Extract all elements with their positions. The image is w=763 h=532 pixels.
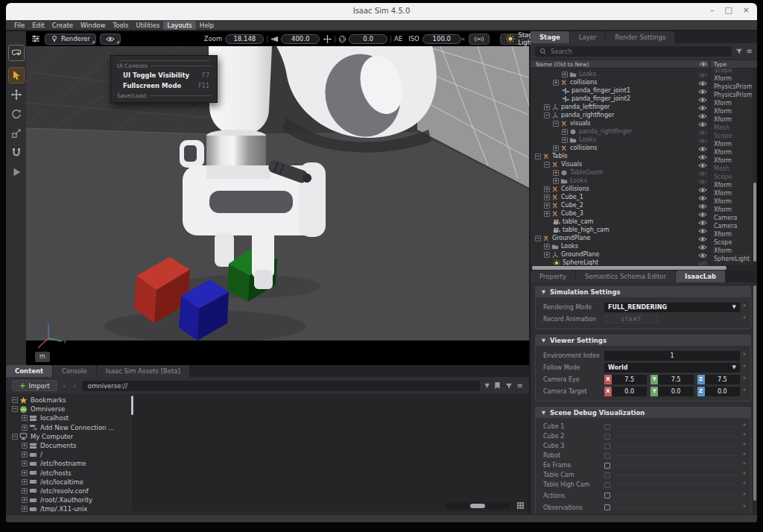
collapse-toggle[interactable]: −	[12, 406, 18, 412]
stage-row[interactable]: table_high_camCamera	[531, 222, 757, 230]
maximize-button[interactable]: □	[724, 5, 732, 15]
expand-toggle[interactable]: +	[22, 497, 28, 503]
stage-row[interactable]: −TableXform	[531, 148, 757, 156]
viewport-settings-icon[interactable]	[31, 34, 40, 43]
tab-semantics-schema-editor[interactable]: Semantics Schema Editor	[576, 270, 676, 282]
renderer-button[interactable]: Renderer	[45, 34, 96, 45]
zoom-value-field[interactable]: 18.148	[225, 34, 264, 44]
checkbox[interactable]	[604, 453, 610, 459]
stage-row[interactable]: +Cube_2Xform	[531, 197, 757, 206]
grid-view-icon[interactable]	[516, 501, 525, 510]
start-button[interactable]: START	[604, 314, 658, 323]
tab-property[interactable]: Property	[531, 270, 576, 282]
menu-create[interactable]: Create	[48, 21, 77, 30]
stage-row[interactable]: −panda_rightfingerXform	[531, 107, 757, 115]
pan-icon[interactable]	[323, 35, 332, 43]
stage-row[interactable]: SphereLightSphereLight	[531, 255, 757, 263]
stage-row[interactable]: +LooksScope	[531, 69, 757, 75]
camera-visibility-tool-button[interactable]	[8, 45, 25, 61]
iso-field[interactable]: 100.0	[422, 34, 461, 44]
checkbox[interactable]	[604, 424, 610, 430]
forward-button[interactable]: ›	[72, 382, 77, 390]
collapse-chevrons[interactable]: «	[461, 35, 466, 42]
stage-hscrollbar[interactable]	[531, 265, 757, 270]
checkbox[interactable]	[604, 463, 610, 469]
stage-row[interactable]: +collisionsXform	[531, 75, 757, 83]
stage-row[interactable]: +CollisionsXform	[531, 181, 757, 189]
move-tool-button[interactable]	[8, 86, 25, 103]
axis-value-x[interactable]: 0.0	[612, 387, 647, 396]
axis-value-x[interactable]: 7.5	[612, 375, 647, 384]
tab-isaac-sim-assets-beta-[interactable]: Isaac Sim Assets [Beta]	[97, 365, 190, 377]
search-input[interactable]	[551, 48, 727, 55]
menu-item-fullscreen-mode[interactable]: Fullscreen ModeF11	[111, 80, 217, 91]
menu-utilities[interactable]: Utilities	[132, 21, 163, 30]
content-row[interactable]: −My Computer	[6, 432, 133, 441]
section-header[interactable]: ▼Simulation Settings	[536, 287, 750, 297]
play-tool-button[interactable]	[8, 164, 25, 180]
stage-row[interactable]: −GroundPlaneXform	[531, 230, 757, 238]
menu-file[interactable]: File	[10, 21, 28, 30]
stage-row[interactable]: +TableGeomMesh	[531, 165, 757, 173]
import-button[interactable]: + Import	[12, 380, 57, 391]
content-files-area[interactable]	[135, 394, 529, 512]
axis-value-y[interactable]: 7.5	[658, 375, 693, 384]
column-name-header[interactable]: Name (Old to New)	[536, 61, 589, 68]
stage-row[interactable]: −visualsXform	[531, 115, 757, 124]
tab-content[interactable]: Content	[6, 365, 53, 377]
content-row[interactable]: −Omniverse	[6, 405, 133, 414]
content-row[interactable]: +localhost	[6, 414, 133, 422]
content-row[interactable]: +Documents	[6, 441, 133, 450]
expand-toggle[interactable]: +	[22, 506, 28, 512]
tab-render-settings[interactable]: Render Settings	[606, 31, 675, 43]
expand-toggle[interactable]: +	[22, 470, 28, 476]
focal-length-field[interactable]: 400.0	[281, 34, 320, 44]
section-header[interactable]: ▼Scene Debug Visualization	[536, 408, 750, 418]
axis-gizmo[interactable]: Y	[32, 320, 66, 355]
axis-value-y[interactable]: 0.0	[658, 387, 693, 396]
content-row[interactable]: +/etc/hostname	[6, 459, 133, 468]
scale-tool-button[interactable]	[8, 125, 25, 142]
collapse-toggle[interactable]: −	[12, 397, 18, 403]
checkbox[interactable]	[604, 443, 610, 449]
content-tree-scrollbar[interactable]	[131, 396, 133, 415]
stage-row[interactable]: +GroundPlaneXform	[531, 247, 757, 255]
menu-item-ui-toggle-visibility[interactable]: UI Toggle VisibilityF7	[111, 70, 217, 80]
column-type-header[interactable]: Type	[714, 61, 726, 68]
viewport-scene[interactable]	[26, 46, 529, 341]
menu-layouts[interactable]: Layouts	[163, 21, 195, 30]
options-icon[interactable]: ≡	[747, 47, 753, 55]
menu-help[interactable]: Help	[196, 21, 218, 30]
expand-toggle[interactable]: +	[22, 415, 28, 421]
bookmark-icon[interactable]	[494, 381, 501, 390]
select-tool-button[interactable]	[8, 67, 25, 83]
stage-vscrollbar[interactable]	[753, 69, 757, 265]
expand-toggle[interactable]: +	[22, 479, 28, 485]
axis-value-z[interactable]: 7.5	[705, 375, 740, 384]
content-row[interactable]: +/root/.Xauthority	[6, 495, 133, 504]
close-button[interactable]: ×	[743, 5, 750, 15]
exposure-field[interactable]: 0.0	[349, 34, 387, 44]
stage-row[interactable]: panda_finger_joint2PhysicsPrismatic	[531, 91, 757, 99]
expand-toggle[interactable]: +	[22, 460, 28, 466]
input-environment-index[interactable]: 1	[604, 351, 740, 361]
tab-layer[interactable]: Layer	[570, 31, 607, 43]
stage-search[interactable]	[535, 46, 732, 57]
stage-row[interactable]: +Cube_1Xform	[531, 189, 757, 197]
stage-row[interactable]: +panda_leftfingerXform	[531, 99, 757, 107]
snap-tool-button[interactable]	[8, 145, 25, 161]
stage-row[interactable]: table_camCamera	[531, 214, 757, 222]
expand-toggle[interactable]: +	[22, 425, 28, 431]
checkbox[interactable]	[604, 434, 610, 440]
stage-row[interactable]: +Cube_3Xform	[531, 206, 757, 214]
expand-toggle[interactable]: +	[22, 443, 28, 449]
menu-tools[interactable]: Tools	[109, 21, 132, 30]
section-header[interactable]: ▼Viewer Settings	[536, 335, 750, 346]
stage-row[interactable]: +LooksScope	[531, 238, 757, 247]
content-row[interactable]: +Add New Connection ...	[6, 423, 133, 432]
axis-value-z[interactable]: 0.0	[705, 387, 740, 396]
content-row[interactable]: +/tmp/.X11-unix	[6, 504, 133, 512]
stage-row[interactable]: +LooksScope	[531, 132, 757, 140]
tab-console[interactable]: Console	[53, 365, 97, 377]
content-row[interactable]: +/etc/resolv.conf	[6, 487, 133, 495]
